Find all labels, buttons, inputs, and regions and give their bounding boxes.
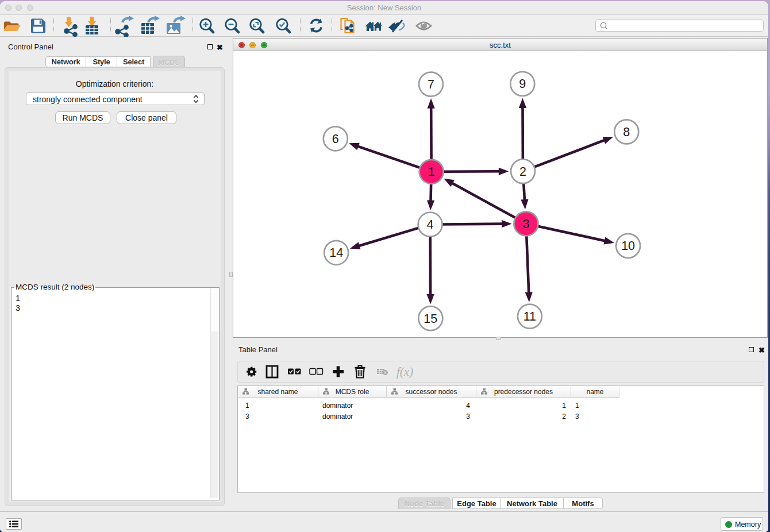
svg-text:7: 7 xyxy=(428,78,434,91)
svg-text:1: 1 xyxy=(428,165,435,179)
svg-text:8: 8 xyxy=(623,125,630,139)
svg-text:15: 15 xyxy=(424,312,437,326)
svg-text:14: 14 xyxy=(329,246,343,260)
svg-text:f(x): f(x) xyxy=(396,365,413,379)
svg-text:2: 2 xyxy=(519,165,526,179)
svg-text:9: 9 xyxy=(519,77,526,91)
svg-text:4: 4 xyxy=(427,218,434,232)
svg-text:3: 3 xyxy=(522,217,529,231)
svg-text:10: 10 xyxy=(621,239,635,253)
svg-text:11: 11 xyxy=(523,310,536,323)
svg-text:6: 6 xyxy=(332,132,339,146)
